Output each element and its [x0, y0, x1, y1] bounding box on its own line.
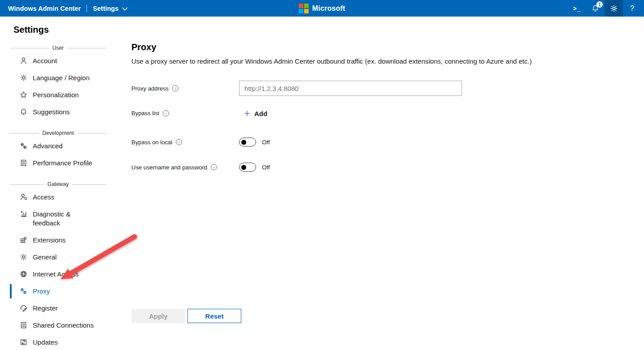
sidebar-item-register[interactable]: Register [0, 300, 117, 317]
sidebar-item-label: Access [33, 193, 54, 202]
proxy-settings-panel: Proxy Use a proxy server to redirect all… [131, 17, 535, 172]
proxy-address-row: Proxy address i [131, 81, 535, 96]
gear-icon [20, 253, 27, 261]
sidebar-item-label: Updates [33, 338, 58, 347]
use-username-password-row: Use username and password i Off [131, 163, 535, 172]
sidebar-item-label: Diagnostic & feedback [33, 210, 98, 228]
sidebar-section-label-user: User [10, 45, 106, 51]
sidebar-item-access[interactable]: Access [0, 189, 117, 206]
star-icon [20, 91, 27, 99]
settings-sidebar: Settings UserAccountLanguage / RegionPer… [0, 17, 117, 350]
plus-icon: + [244, 108, 250, 118]
notifications-bell-icon[interactable]: 1 [586, 0, 605, 17]
sidebar-item-label: Performance Profile [33, 159, 92, 168]
topbar-section-dropdown[interactable]: Settings [93, 5, 128, 12]
microsoft-logo-squares [299, 4, 309, 13]
top-bar: Windows Admin Center Settings Microsoft … [0, 0, 644, 17]
sidebar-item-label: Personalization [33, 91, 79, 99]
refresh-icon [20, 338, 27, 346]
document-icon [20, 321, 27, 329]
microsoft-logo-text: Microsoft [312, 4, 345, 13]
reset-button[interactable]: Reset [187, 309, 241, 323]
user-icon [20, 57, 27, 65]
gears-icon [20, 142, 27, 150]
use-username-password-toggle[interactable] [239, 163, 256, 172]
chart-icon [20, 210, 27, 218]
page-description: Use a proxy server to redirect all your … [131, 57, 535, 66]
gear-icon [20, 74, 27, 82]
info-icon[interactable]: i [172, 85, 178, 91]
settings-gear-icon[interactable] [605, 0, 623, 17]
notification-badge: 1 [596, 1, 603, 8]
gear-icon [610, 4, 618, 13]
sidebar-item-label: Register [33, 304, 58, 313]
sidebar-item-label: Language / Region [33, 73, 90, 82]
document-icon [20, 159, 27, 167]
proxy-address-input[interactable] [239, 81, 462, 96]
globe-icon [20, 270, 27, 278]
sidebar-item-label: General [33, 253, 57, 262]
gears-icon [20, 287, 27, 295]
bell-icon [20, 108, 27, 116]
sidebar-item-language-region[interactable]: Language / Region [0, 69, 117, 86]
sidebar-item-account[interactable]: Account [0, 52, 117, 69]
use-username-password-label: Use username and password [131, 164, 207, 171]
topbar-section-title: Settings [93, 5, 118, 12]
bypass-on-local-toggle[interactable] [239, 138, 256, 147]
sidebar-item-shared-connections[interactable]: Shared Connections [0, 317, 117, 334]
sidebar-item-label: Advanced [33, 142, 63, 151]
sidebar-item-label: Suggestions [33, 108, 70, 117]
app-title[interactable]: Windows Admin Center [8, 5, 81, 12]
add-bypass-button[interactable]: + Add [244, 108, 267, 119]
powershell-icon[interactable]: >_ [568, 0, 586, 17]
help-icon[interactable]: ? [623, 0, 641, 17]
chevron-down-icon [122, 7, 128, 11]
sidebar-item-performance-profile[interactable]: Performance Profile [0, 155, 117, 172]
info-icon[interactable]: i [163, 110, 169, 117]
user-shield-icon [20, 193, 27, 201]
sidebar-item-label: Internet Access [33, 270, 79, 279]
page-title: Proxy [131, 41, 535, 53]
bypass-on-local-row: Bypass on local i Off [131, 138, 535, 147]
sidebar-item-advanced[interactable]: Advanced [0, 138, 117, 155]
bypass-list-row: Bypass list i + Add [131, 108, 535, 119]
bypass-on-local-state: Off [262, 139, 270, 146]
sidebar-title: Settings [13, 24, 117, 35]
form-actions: Apply Reset [131, 309, 241, 323]
info-icon[interactable]: i [176, 139, 182, 145]
bypass-on-local-label: Bypass on local [131, 139, 172, 146]
sidebar-item-label: Shared Connections [33, 321, 94, 330]
sidebar-item-internet-access[interactable]: Internet Access [0, 266, 117, 283]
puzzle-icon [20, 236, 27, 244]
sidebar-item-updates[interactable]: Updates [0, 334, 117, 350]
sidebar-item-label: Extensions [33, 236, 65, 245]
proxy-address-label: Proxy address [131, 85, 169, 92]
microsoft-logo: Microsoft [299, 0, 345, 17]
sidebar-item-suggestions[interactable]: Suggestions [0, 104, 117, 121]
sidebar-item-diagnostic-feedback[interactable]: Diagnostic & feedback [0, 206, 117, 232]
sidebar-item-label: Account [33, 56, 57, 65]
topbar-divider [87, 4, 87, 12]
bypass-list-label: Bypass list [131, 110, 159, 117]
sidebar-section-label-gateway: Gateway [10, 181, 106, 187]
use-username-password-state: Off [262, 164, 270, 171]
info-icon[interactable]: i [211, 164, 217, 170]
sidebar-item-extensions[interactable]: Extensions [0, 232, 117, 249]
sidebar-item-general[interactable]: General [0, 249, 117, 266]
apply-button[interactable]: Apply [131, 309, 185, 323]
cloud-pencil-icon [20, 304, 27, 312]
sidebar-item-personalization[interactable]: Personalization [0, 86, 117, 104]
sidebar-item-label: Proxy [33, 287, 50, 296]
sidebar-section-label-development: Development [10, 130, 106, 136]
sidebar-item-proxy[interactable]: Proxy [0, 283, 117, 300]
